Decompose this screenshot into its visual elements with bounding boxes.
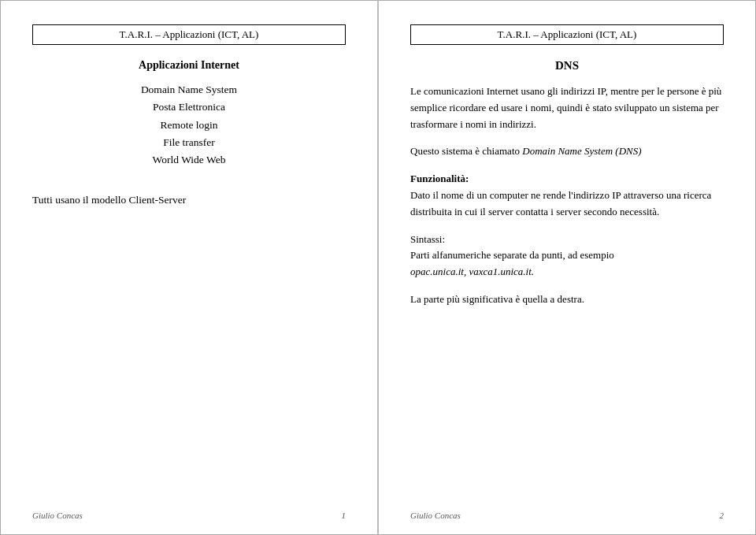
left-footer: Giulio Concas 1 <box>1 511 377 520</box>
paragraph1: Le comunicazioni Internet usano gli indi… <box>410 84 724 132</box>
list-item: World Wide Web <box>32 151 346 169</box>
client-server-text: Tutti usano il modello Client-Server <box>32 194 346 206</box>
paragraph2-prefix: Questo sistema è chiamato <box>410 145 522 157</box>
list-item: Remote login <box>32 117 346 134</box>
funzionalita-title: Funzionalità: <box>410 173 469 184</box>
left-header-text: T.A.R.I. – Applicazioni (ICT, AL) <box>120 28 259 40</box>
list-item: Domain Name System <box>32 81 346 98</box>
nav-list: Domain Name System Posta Elettronica Rem… <box>32 81 346 169</box>
list-item: Posta Elettronica <box>32 98 346 116</box>
left-section-title: Applicazioni Internet <box>32 59 346 72</box>
right-footer-page: 2 <box>720 511 724 520</box>
left-header-box: T.A.R.I. – Applicazioni (ICT, AL) <box>32 24 346 45</box>
left-footer-author: Giulio Concas <box>32 511 83 520</box>
sintassi-block: Sintassi: Parti alfanumeriche separate d… <box>410 232 724 281</box>
right-footer-author: Giulio Concas <box>410 511 461 520</box>
sintassi-text: Parti alfanumeriche separate da punti, a… <box>410 249 614 261</box>
paragraph2-italic: Domain Name System (DNS) <box>522 145 641 157</box>
paragraph2: Questo sistema è chiamato Domain Name Sy… <box>410 143 724 160</box>
list-item: File transfer <box>32 134 346 151</box>
sintassi-example: opac.unica.it, vaxca1.unica.it. <box>410 266 534 277</box>
left-footer-page: 1 <box>342 511 346 520</box>
funzionalita-block: Funzionalità: Dato il nome di un compute… <box>410 171 724 220</box>
right-header-text: T.A.R.I. – Applicazioni (ICT, AL) <box>498 28 637 40</box>
sintassi-title: Sintassi: <box>410 233 445 245</box>
page-right: T.A.R.I. – Applicazioni (ICT, AL) DNS Le… <box>378 0 756 535</box>
funzionalita-text: Dato il nome di un computer ne rende l'i… <box>410 189 711 217</box>
page-left: T.A.R.I. – Applicazioni (ICT, AL) Applic… <box>0 0 378 535</box>
right-footer: Giulio Concas 2 <box>379 511 755 520</box>
dns-title: DNS <box>410 59 724 72</box>
right-header-box: T.A.R.I. – Applicazioni (ICT, AL) <box>410 24 724 45</box>
conclusione: La parte più significativa è quella a de… <box>410 292 724 308</box>
